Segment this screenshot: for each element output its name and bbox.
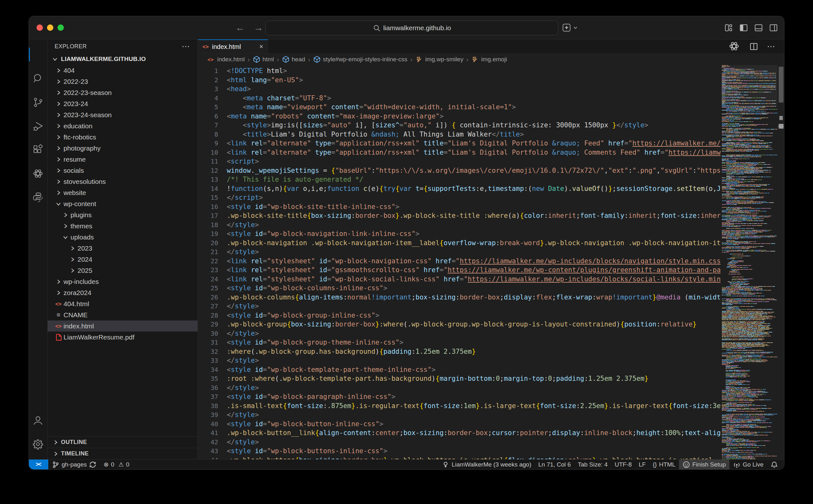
branch-indicator[interactable]: gh-pages — [48, 460, 100, 469]
tree-item-photography[interactable]: photography — [48, 143, 198, 154]
chevron-right-icon — [61, 212, 70, 218]
toggle-sidebar-left-icon[interactable] — [739, 24, 748, 32]
activity-item-python[interactable] — [29, 185, 47, 209]
minimap[interactable] — [721, 65, 777, 459]
scrollbar-thumb[interactable] — [779, 67, 783, 103]
tree-item-2024[interactable]: 2024 — [48, 254, 198, 265]
line-number: 26 — [198, 293, 218, 302]
tree-item-uploads[interactable]: uploads — [48, 232, 198, 243]
line-number: 3 — [198, 84, 218, 94]
back-icon[interactable]: ← — [235, 22, 245, 33]
breadcrumb-item[interactable]: style#wp-emoji-styles-inline-css — [313, 56, 407, 63]
tree-item-404[interactable]: 404 — [48, 65, 198, 76]
code-editor[interactable]: 1<!DOCTYPE html>2<html lang="en-US">3<he… — [198, 65, 784, 459]
sync-icon — [89, 461, 97, 468]
tree-item-cname[interactable]: ≡CNAME — [48, 309, 198, 320]
activity-item-run-debug[interactable] — [29, 114, 47, 138]
address-bar[interactable]: liamwalkerme.github.io — [265, 21, 558, 35]
customize-layout-icon[interactable] — [724, 24, 733, 32]
sidebar-sections: OUTLINETIMELINE — [48, 436, 198, 459]
tree-item-2023[interactable]: 2023 — [48, 243, 198, 254]
tree-item-zora2024[interactable]: zora2024 — [48, 287, 198, 298]
activity-item-extensions[interactable] — [29, 138, 47, 162]
tree-item-404-html[interactable]: <>404.html — [48, 298, 198, 309]
tree-item-wp-includes[interactable]: wp-includes — [48, 276, 198, 287]
split-editor-icon[interactable] — [749, 42, 758, 51]
status-item-eol[interactable]: LF — [635, 460, 649, 469]
tree-item-stovesolutions[interactable]: stovesolutions — [48, 176, 198, 187]
close-window-button[interactable] — [37, 24, 43, 31]
tree-item-label: 2023-24 — [64, 100, 88, 108]
activity-item-settings[interactable] — [29, 432, 47, 456]
status-item-label: LF — [639, 461, 646, 468]
breadcrumb-item[interactable]: head — [282, 56, 305, 63]
tree-item-label: plugins — [71, 211, 92, 219]
tab-index-html[interactable]: <> index.html × — [198, 39, 268, 53]
zoom-window-button[interactable] — [57, 24, 64, 31]
tree-item-label: website — [64, 189, 86, 197]
tree-item-website[interactable]: website — [48, 187, 198, 198]
tree-item-liamwalkerresume-pdf[interactable]: LiamWalkerResume.pdf — [48, 332, 198, 343]
activity-item-search[interactable] — [29, 66, 47, 90]
forward-icon[interactable]: → — [254, 22, 263, 33]
tree-item-2023-24-season[interactable]: 2023-24-season — [48, 109, 198, 120]
tree-item-ftc-robotics[interactable]: ftc-robotics — [48, 131, 198, 143]
code-line: 11<script> — [198, 157, 721, 166]
file-tree: 4042022-232022-23-season2023-242023-24-s… — [48, 65, 198, 343]
symbol-element-icon — [313, 56, 321, 63]
tree-item-2022-23-season[interactable]: 2022-23-season — [48, 87, 198, 98]
more-actions-icon[interactable]: ⋯ — [182, 45, 191, 48]
tree-item-plugins[interactable]: plugins — [48, 209, 198, 220]
activity-item-source-control[interactable] — [29, 90, 47, 114]
error-count: 0 — [111, 461, 114, 468]
tree-item-label: 2023 — [77, 245, 92, 252]
status-item-encoding[interactable]: UTF-8 — [611, 460, 635, 469]
breadcrumb-item[interactable]: img.emoji — [471, 56, 507, 63]
warning-icon: ⚠︎ — [117, 461, 124, 468]
activity-item-explorer[interactable] — [29, 43, 47, 66]
tree-item-education[interactable]: education — [48, 120, 198, 131]
close-tab-icon[interactable]: × — [259, 43, 263, 51]
line-text: :where(.wp-block-group.has-background){p… — [218, 347, 476, 356]
tree-item-themes[interactable]: themes — [48, 220, 198, 232]
status-item-language-mode[interactable]: {}HTML — [649, 460, 679, 469]
tree-item-2023-24[interactable]: 2023-24 — [48, 98, 198, 109]
activity-item-account[interactable] — [29, 408, 47, 432]
line-text: <style id="wp-block-template-part-theme-… — [218, 365, 436, 374]
minimize-window-button[interactable] — [47, 24, 53, 31]
minimap-slider[interactable] — [721, 65, 777, 107]
tree-item-wp-content[interactable]: wp-content — [48, 198, 198, 209]
status-item-indentation[interactable]: Tab Size: 4 — [574, 460, 611, 469]
breadcrumb-item[interactable]: img.wp-smiley — [415, 56, 463, 63]
problems-indicator[interactable]: ⊗ 0 ⚠︎ 0 — [100, 460, 133, 469]
toggle-sidebar-right-icon[interactable] — [769, 24, 778, 32]
sidebar-section-outline[interactable]: OUTLINE — [48, 436, 198, 448]
status-item-commit-author[interactable]: LiamWalkerMe (3 weeks ago) — [438, 460, 535, 469]
page-actions-button[interactable] — [562, 16, 578, 39]
line-text: :root :where(.wp-block-template-part.has… — [218, 374, 648, 383]
more-actions-icon[interactable]: ⋯ — [767, 42, 776, 51]
tree-item-2022-23[interactable]: 2022-23 — [48, 76, 198, 87]
line-number: 16 — [198, 202, 218, 212]
activity-item-openai[interactable] — [29, 162, 47, 185]
tree-item-2025[interactable]: 2025 — [48, 265, 198, 276]
overview-ruler-handle[interactable] — [779, 124, 783, 129]
line-number: 12 — [198, 166, 218, 175]
line-text: .is-small-text{font-size:.875em}.is-regu… — [218, 401, 721, 411]
tree-item-index-html[interactable]: <>index.html — [48, 320, 198, 332]
breadcrumb-item[interactable]: <>index.html — [206, 56, 245, 63]
status-item-finish-setup[interactable]: Finish Setup — [679, 460, 729, 469]
status-item-go-live[interactable]: Go Live — [729, 460, 767, 469]
sidebar-section-timeline[interactable]: TIMELINE — [48, 448, 198, 459]
tree-item-socials[interactable]: socials — [48, 165, 198, 176]
toggle-panel-icon[interactable] — [754, 24, 763, 32]
settings-icon — [32, 438, 44, 451]
tree-item-resume[interactable]: resume — [48, 154, 198, 165]
openai-icon[interactable] — [728, 40, 741, 53]
line-number: 30 — [198, 329, 218, 338]
breadcrumb-item[interactable]: html — [253, 56, 274, 63]
status-item-cursor-position[interactable]: Ln 71, Col 6 — [535, 460, 574, 469]
tree-root-folder[interactable]: LIAMWALKERME.GITHUB.IO — [48, 53, 198, 65]
status-item-notifications[interactable] — [767, 460, 782, 469]
remote-indicator[interactable]: >< — [29, 460, 48, 469]
